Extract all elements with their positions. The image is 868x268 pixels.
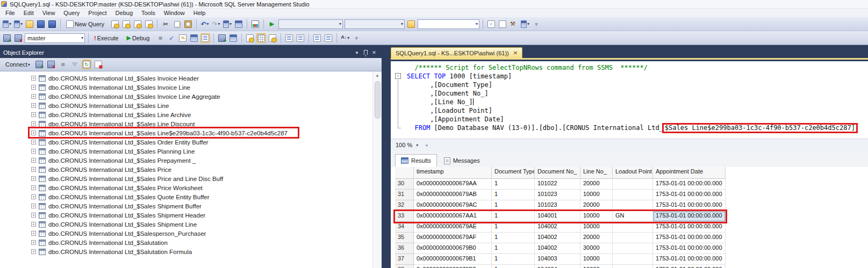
row-number-header[interactable] bbox=[395, 167, 414, 179]
empty-combo-1[interactable]: ▾ bbox=[278, 19, 343, 29]
sql-editor[interactable]: /****** Script for SelectTopNRows comman… bbox=[391, 61, 868, 139]
expand-icon[interactable]: + bbox=[31, 112, 36, 117]
tab-messages[interactable]: Messages bbox=[438, 154, 486, 167]
table-row[interactable]: 300x00000000000679AA1101022200001753-01-… bbox=[395, 179, 726, 190]
grid-cell[interactable]: 0x00000000000679AE bbox=[414, 222, 492, 233]
row-number-cell[interactable]: 34 bbox=[395, 222, 414, 233]
tree-item[interactable]: +dbo.CRONUS International Ltd_$Salutatio… bbox=[0, 238, 382, 247]
grid-cell[interactable]: 1753-01-01 00:00:00.000 bbox=[653, 222, 726, 233]
table-row[interactable]: 340x00000000000679AE1104002100001753-01-… bbox=[395, 222, 726, 233]
grid-cell[interactable]: 104003 bbox=[535, 254, 580, 265]
save-all-icon[interactable] bbox=[47, 19, 57, 29]
increase-indent-icon[interactable] bbox=[324, 33, 333, 43]
tab-results[interactable]: Results bbox=[395, 154, 437, 167]
grid-cell[interactable]: 1 bbox=[492, 243, 535, 254]
tree-item[interactable]: +dbo.CRONUS International Ltd_$Sales Shi… bbox=[0, 220, 382, 229]
specify-template-values-icon[interactable] bbox=[200, 33, 210, 43]
grid-cell[interactable]: 1 bbox=[492, 200, 535, 211]
grid-cell[interactable]: 104002 bbox=[535, 243, 580, 254]
uncomment-icon[interactable] bbox=[296, 33, 305, 43]
tools-icon[interactable]: ⚒ bbox=[509, 19, 519, 29]
grid-cell[interactable] bbox=[613, 233, 653, 243]
expand-icon[interactable]: + bbox=[31, 240, 36, 245]
expand-icon[interactable]: + bbox=[31, 140, 36, 144]
tree-item[interactable]: +dbo.CRONUS International Ltd_$Sales Ord… bbox=[0, 137, 382, 147]
grid-cell[interactable]: 10000 bbox=[580, 254, 613, 265]
grid-cell[interactable]: 10000 bbox=[580, 211, 613, 222]
client-statistics-icon[interactable] bbox=[228, 33, 238, 43]
toolbar-options-icon[interactable]: ▾ bbox=[351, 33, 361, 43]
grid-cell[interactable]: 101023 bbox=[535, 200, 580, 211]
toolbar-options-icon[interactable]: ▾ bbox=[532, 19, 541, 29]
expand-icon[interactable]: + bbox=[31, 213, 36, 218]
tree-item[interactable]: +dbo.CRONUS International Ltd_$Sales Inv… bbox=[0, 92, 382, 101]
grid-cell[interactable]: 0x00000000000679B1 bbox=[414, 254, 492, 265]
tree-item[interactable]: +dbo.CRONUS International Ltd_$Sales Lin… bbox=[0, 110, 382, 119]
table-row[interactable]: 380x00000000000679B21104004100001753-01-… bbox=[395, 265, 726, 268]
grid-cell[interactable]: 104002 bbox=[535, 222, 580, 233]
grid-cell[interactable] bbox=[613, 265, 653, 268]
results-to-grid-icon[interactable] bbox=[256, 33, 266, 43]
grid-cell[interactable]: 101022 bbox=[535, 179, 580, 190]
column-header[interactable]: Document Type bbox=[492, 167, 535, 179]
grid-cell[interactable] bbox=[613, 243, 653, 254]
tree-item[interactable]: +dbo.CRONUS International Ltd_$Sales Pla… bbox=[0, 147, 382, 156]
grid-cell[interactable]: 1 bbox=[492, 233, 535, 243]
grid-cell[interactable]: 1753-01-01 00:00:00.000 bbox=[653, 233, 726, 243]
grid-cell[interactable]: 0x00000000000679B2 bbox=[414, 265, 492, 268]
menu-item-file[interactable]: File bbox=[1, 9, 19, 17]
tree-item[interactable]: +dbo.CRONUS International Ltd_$Sales Pre… bbox=[0, 156, 382, 165]
expand-icon[interactable]: + bbox=[31, 204, 36, 208]
expand-icon[interactable]: + bbox=[31, 121, 36, 126]
grid-cell[interactable]: 1753-01-01 00:00:00.000 bbox=[653, 211, 726, 222]
scroll-left-icon[interactable]: ◂ bbox=[422, 141, 431, 149]
connect-server-icon[interactable] bbox=[34, 60, 44, 69]
close-icon[interactable]: ✕ bbox=[370, 50, 378, 55]
row-number-cell[interactable]: 38 bbox=[395, 265, 414, 268]
grid-cell[interactable]: 104002 bbox=[535, 233, 580, 243]
refresh-icon[interactable]: ↻ bbox=[82, 60, 91, 69]
grid-cell[interactable]: 20000 bbox=[580, 179, 613, 190]
menu-item-debug[interactable]: Debug bbox=[111, 9, 137, 17]
grid-cell[interactable] bbox=[613, 254, 653, 265]
filter-icon[interactable] bbox=[70, 60, 80, 69]
column-header[interactable]: Appointment Date bbox=[653, 167, 726, 179]
column-header[interactable]: Document No_ bbox=[535, 167, 580, 179]
tree-item[interactable]: +dbo.CRONUS International Ltd_$Sales Pri… bbox=[0, 183, 382, 192]
new-query-button[interactable]: New Query bbox=[64, 19, 109, 29]
activity-monitor-icon[interactable] bbox=[250, 19, 260, 29]
row-number-cell[interactable]: 37 bbox=[395, 254, 414, 265]
grid-cell[interactable]: 1753-01-01 00:00:00.000 bbox=[653, 200, 726, 211]
grid-cell[interactable]: 0x00000000000679AF bbox=[414, 233, 492, 243]
grid-cell[interactable]: 1 bbox=[492, 254, 535, 265]
comment-out-icon[interactable] bbox=[284, 33, 294, 43]
grid-cell[interactable] bbox=[613, 222, 653, 233]
navigate-forward-icon[interactable] bbox=[234, 19, 243, 29]
expand-icon[interactable]: + bbox=[31, 231, 36, 236]
column-header[interactable]: Line No_ bbox=[580, 167, 613, 179]
grid-cell[interactable]: 10000 bbox=[580, 265, 613, 268]
analysis-xmla-query-icon[interactable] bbox=[144, 19, 154, 29]
grid-cell[interactable]: GN bbox=[613, 211, 653, 222]
grid-cell[interactable]: 30000 bbox=[580, 243, 613, 254]
grid-cell[interactable]: 0x00000000000679AC bbox=[414, 200, 492, 211]
database-combo[interactable]: master▾ bbox=[25, 33, 85, 43]
grid-cell[interactable]: 0x0000000000067AA1 bbox=[414, 211, 492, 222]
cut-icon[interactable]: ✂ bbox=[161, 19, 170, 29]
grid-cell[interactable]: 1753-01-01 00:00:00.000 bbox=[653, 243, 726, 254]
connect-button[interactable]: Connect ▾ bbox=[3, 60, 32, 69]
zoom-selector[interactable]: 100 % ▾ bbox=[393, 141, 421, 149]
row-number-cell[interactable]: 33 bbox=[395, 211, 414, 222]
start-powershell-icon[interactable]: ▶ bbox=[267, 19, 277, 29]
new-query-window-icon[interactable]: ▾ bbox=[2, 19, 12, 29]
grid-cell[interactable]: 1753-01-01 00:00:00.000 bbox=[653, 254, 726, 265]
row-number-cell[interactable]: 32 bbox=[395, 200, 414, 211]
change-connection-icon[interactable] bbox=[13, 33, 23, 43]
navigate-backward-icon[interactable]: ▾ bbox=[223, 19, 232, 29]
grid-cell[interactable]: 1 bbox=[492, 190, 535, 200]
row-number-cell[interactable]: 36 bbox=[395, 243, 414, 254]
grid-cell[interactable]: 10000 bbox=[580, 190, 613, 200]
parse-icon[interactable]: ✓ bbox=[167, 33, 176, 43]
grid-cell[interactable] bbox=[613, 200, 653, 211]
execute-button[interactable]: !Execute bbox=[92, 34, 123, 42]
